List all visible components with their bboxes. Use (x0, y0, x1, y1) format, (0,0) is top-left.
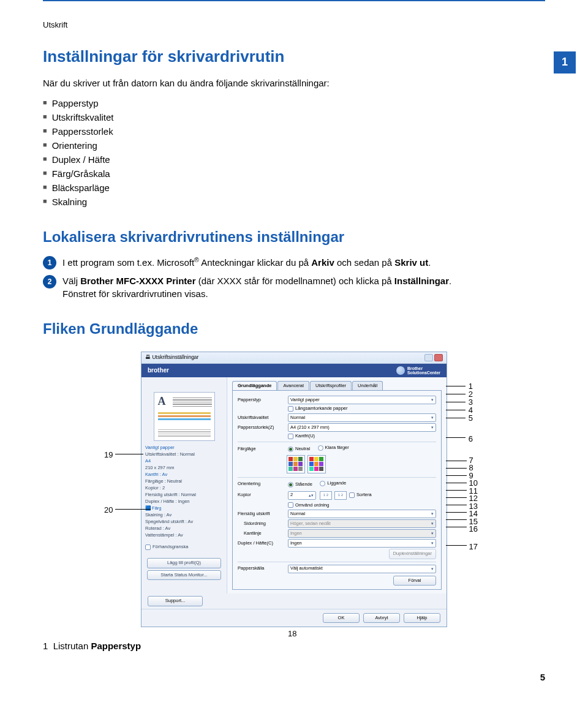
callout-4: 4 (469, 406, 473, 414)
row-sidordning: SidordningHöger, sedan nedåt▾ (238, 519, 436, 528)
papersource-dropdown[interactable]: Välj automatiskt▾ (288, 565, 436, 573)
tabs: Grundläggande Avancerat Utskriftsprofile… (232, 381, 442, 391)
colormode-thumbs (287, 455, 436, 473)
sort-icon: 1 2 (334, 491, 347, 500)
callout-line (115, 509, 151, 510)
preview-checkbox[interactable]: Förhandsgranska (145, 544, 188, 551)
callout-3: 3 (469, 398, 473, 406)
colormode-vivid-radio[interactable]: Klara färger (318, 445, 349, 451)
row-kantfri: Kantfri(U) (238, 433, 436, 440)
list-item: Orientering (43, 139, 545, 152)
settings-panel: Grundläggande Avancerat Utskriftsprofile… (227, 377, 447, 593)
globe-icon (396, 366, 405, 375)
print-dialog: 🖶 Utskriftsinställningar brother Brother… (141, 352, 447, 627)
sort-icon: 1 2 (320, 491, 332, 500)
help-button[interactable]: Hjälp (404, 613, 440, 623)
window-title: 🖶 Utskriftsinställningar (145, 354, 198, 361)
callout-16: 16 (469, 525, 478, 533)
callout-1: 1 (469, 382, 473, 390)
row-flersidig: Flersidig utskriftNormal▾ (238, 510, 436, 518)
row-papperstyp: PapperstypVanligt papper▾ (238, 396, 436, 404)
page-number: 5 (43, 671, 545, 684)
side-tab-chapter: 1 (554, 51, 576, 73)
breadcrumb: Utskrift (43, 20, 545, 31)
step-1: 1 I ett program som t.ex. Microsoft® Ant… (43, 255, 545, 269)
solutions-center-link[interactable]: Brother SolutionsCenter (396, 366, 440, 375)
quality-dropdown[interactable]: Normal▾ (288, 413, 436, 422)
page-preview: A (154, 392, 215, 441)
figure-caption: 1 Listrutan Papperstyp (43, 639, 545, 652)
row-storlek: Pappersstorlek(Z)A4 (210 x 297 mm)▾ (238, 423, 436, 432)
tab-advanced[interactable]: Avancerat (277, 381, 309, 391)
list-item: Pappersstorlek (43, 125, 545, 138)
duplex-settings-button: Duplexinställningar (389, 549, 436, 559)
borderless-checkbox[interactable]: Kantfri(U) (288, 433, 436, 440)
callout-6: 6 (469, 434, 473, 445)
colormode-neutral-radio[interactable]: Neutral (288, 446, 310, 453)
list-item: Duplex / Häfte (43, 153, 545, 166)
default-button[interactable]: Förval (393, 576, 436, 586)
cancel-button[interactable]: Avbryt (363, 613, 400, 623)
callout-20: 20 (104, 505, 113, 516)
pageorder-dropdown: Höger, sedan nedåt▾ (288, 519, 436, 528)
callout-19: 19 (104, 450, 113, 461)
borderline-dropdown: Ingen▾ (288, 529, 436, 538)
tab-basic[interactable]: Grundläggande (232, 381, 277, 391)
slow-dry-checkbox[interactable]: Långsamtorkande papper (288, 405, 436, 412)
callout-17: 17 (469, 541, 478, 552)
callout-5: 5 (469, 414, 473, 422)
callout-18: 18 (288, 628, 296, 639)
ok-button[interactable]: OK (323, 613, 360, 623)
row-langsam: Långsamtorkande papper (238, 405, 436, 412)
row-kvalitet: UtskriftskvalitetNormal▾ (238, 413, 436, 422)
preview-info: Vanligt papper Utskriftskvalitet : Norma… (145, 445, 223, 539)
row-orient: Orientering Stående Liggande (238, 480, 436, 489)
list-item: Färg/Gråskala (43, 167, 545, 180)
callout-2: 2 (469, 390, 473, 398)
step-number: 1 (43, 256, 56, 269)
callout-line (115, 454, 143, 454)
collate-checkbox[interactable]: Sortera (349, 492, 372, 499)
step-body: I ett program som t.ex. Microsoft® Antec… (62, 255, 545, 269)
page-title: Inställningar för skrivardrivrutin (43, 45, 545, 67)
list-item: Skalning (43, 195, 545, 208)
list-item: Papperstyp (43, 97, 545, 110)
step-number: 2 (43, 275, 56, 288)
orient-landscape-radio[interactable]: Liggande (320, 480, 346, 487)
close-icon[interactable] (434, 354, 443, 361)
intro-text: När du skriver ut från datorn kan du änd… (43, 77, 545, 89)
preview-panel: A Vanligt papper Utskriftskvalitet : Nor… (141, 377, 227, 593)
row-omvand: Omvänd ordning (238, 502, 436, 509)
row-farglage: Färgläge Neutral Klara färger (238, 445, 436, 453)
orient-portrait-radio[interactable]: Stående (288, 481, 312, 488)
status-monitor-button[interactable]: Starta Status Monitor... (147, 570, 221, 581)
row-duplexinst: Duplexinställningar (238, 549, 436, 559)
step-body: Välj Brother MFC-XXXX Printer (där XXXX … (62, 274, 545, 300)
screenshot-wrap: 19 20 🖶 Utskriftsinställningar brother B… (104, 352, 484, 627)
settings-list: Papperstyp Utskriftskvalitet Pappersstor… (43, 97, 545, 208)
papperstyp-dropdown[interactable]: Vanligt papper▾ (288, 396, 436, 404)
tab-profiles[interactable]: Utskriftsprofiler (310, 381, 352, 391)
dialog-footer: OK Avbryt Hjälp (141, 609, 447, 627)
list-item: Bläcksparläge (43, 181, 545, 194)
tab-maintenance[interactable]: Underhåll (352, 381, 383, 391)
reverse-order-checkbox[interactable]: Omvänd ordning (288, 502, 436, 509)
window-titlebar: 🖶 Utskriftsinställningar (141, 352, 447, 364)
row-duplex: Duplex / Häfte(C)Ingen▾ (238, 539, 436, 548)
step-2: 2 Välj Brother MFC-XXXX Printer (där XXX… (43, 274, 545, 300)
brand-label: brother (148, 366, 169, 375)
brand-bar: brother Brother SolutionsCenter (141, 364, 447, 377)
duplex-dropdown[interactable]: Ingen▾ (288, 539, 436, 548)
multipage-dropdown[interactable]: Normal▾ (288, 510, 436, 518)
row-papperskalla: PapperskällaVälj automatiskt▾ (238, 565, 436, 573)
section-heading: Fliken Grundläggande (43, 318, 545, 339)
size-dropdown[interactable]: A4 (210 x 297 mm)▾ (288, 423, 436, 432)
list-item: Utskriftskvalitet (43, 111, 545, 124)
section-heading: Lokalisera skrivardrivrutinens inställni… (43, 227, 545, 247)
row-kopior: Kopior2▴▾ 1 2 1 2 Sortera (238, 490, 436, 501)
add-profile-button[interactable]: Lägg till profil(Q) (147, 558, 221, 568)
support-button[interactable]: Support... (148, 596, 203, 606)
copies-spinner[interactable]: 2▴▾ (288, 491, 316, 500)
help-icon[interactable] (424, 354, 433, 361)
row-kantlinje: KantlinjeIngen▾ (238, 529, 436, 538)
